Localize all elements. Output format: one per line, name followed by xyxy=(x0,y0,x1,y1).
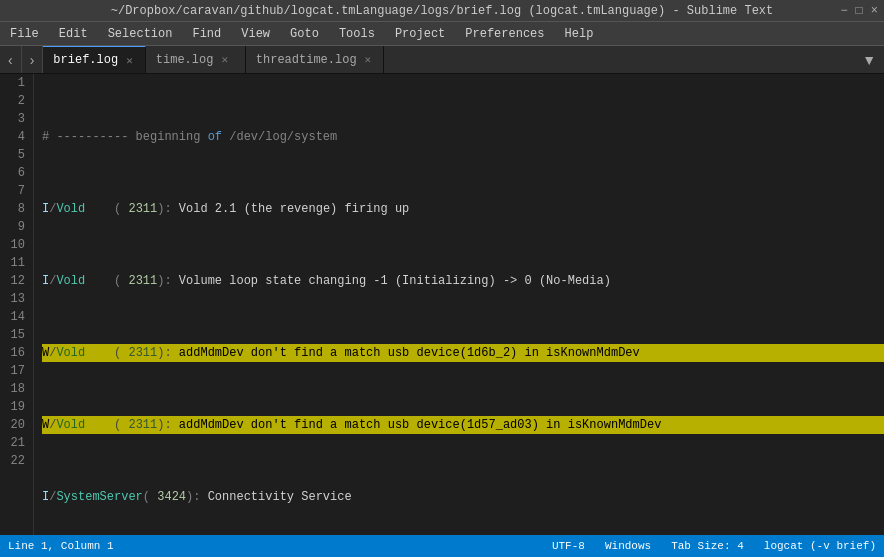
line-num-14: 14 xyxy=(6,308,25,326)
menu-goto[interactable]: Goto xyxy=(280,22,329,45)
code-line-1: # ---------- beginning of /dev/log/syste… xyxy=(42,128,884,146)
statusbar: Line 1, Column 1 UTF-8 Windows Tab Size:… xyxy=(0,535,884,557)
line-num-9: 9 xyxy=(6,218,25,236)
tab-brief-log-label: brief.log xyxy=(53,53,118,67)
code-line-6: I/SystemServer( 3424): Connectivity Serv… xyxy=(42,488,884,506)
status-line-endings[interactable]: Windows xyxy=(605,540,651,552)
menu-preferences[interactable]: Preferences xyxy=(455,22,554,45)
line-num-6: 6 xyxy=(6,164,25,182)
line-numbers: 1 2 3 4 5 6 7 8 9 10 11 12 13 14 15 16 1… xyxy=(0,74,34,535)
line-num-17: 17 xyxy=(6,362,25,380)
line-num-3: 3 xyxy=(6,110,25,128)
menu-help[interactable]: Help xyxy=(555,22,604,45)
line-num-4: 4 xyxy=(6,128,25,146)
code-area[interactable]: # ---------- beginning of /dev/log/syste… xyxy=(34,74,884,535)
tab-brief-log-close[interactable]: ✕ xyxy=(124,54,135,67)
code-line-4: W/Vold ( 2311): addMdmDev don't find a m… xyxy=(42,344,884,362)
maximize-button[interactable]: □ xyxy=(856,4,863,18)
line-num-22: 22 xyxy=(6,452,25,470)
tabbar: ‹ › brief.log ✕ time.log ✕ threadtime.lo… xyxy=(0,46,884,74)
tab-brief-log[interactable]: brief.log ✕ xyxy=(43,46,145,73)
status-encoding[interactable]: UTF-8 xyxy=(552,540,585,552)
tab-overflow-button[interactable]: ▼ xyxy=(854,46,884,73)
code-line-2: I/Vold ( 2311): Vold 2.1 (the revenge) f… xyxy=(42,200,884,218)
menu-file[interactable]: File xyxy=(0,22,49,45)
line-num-7: 7 xyxy=(6,182,25,200)
line-num-2: 2 xyxy=(6,92,25,110)
tab-prev-button[interactable]: ‹ xyxy=(0,46,22,73)
menu-find[interactable]: Find xyxy=(182,22,231,45)
tab-threadtime-log[interactable]: threadtime.log ✕ xyxy=(246,46,384,73)
tab-time-log-close[interactable]: ✕ xyxy=(219,53,230,66)
status-position: Line 1, Column 1 xyxy=(8,540,532,552)
line-num-11: 11 xyxy=(6,254,25,272)
status-position-text: Line 1, Column 1 xyxy=(8,540,114,552)
line-num-15: 15 xyxy=(6,326,25,344)
status-right: UTF-8 Windows Tab Size: 4 logcat (-v bri… xyxy=(552,540,876,552)
line-num-19: 19 xyxy=(6,398,25,416)
title-text: ~/Dropbox/caravan/github/logcat.tmLangua… xyxy=(111,4,774,18)
menu-view[interactable]: View xyxy=(231,22,280,45)
line-num-18: 18 xyxy=(6,380,25,398)
status-tab-size[interactable]: Tab Size: 4 xyxy=(671,540,744,552)
line-num-5: 5 xyxy=(6,146,25,164)
window-controls[interactable]: − □ × xyxy=(840,4,878,18)
tab-time-log-label: time.log xyxy=(156,53,214,67)
line-num-1: 1 xyxy=(6,74,25,92)
menu-selection[interactable]: Selection xyxy=(98,22,183,45)
menu-tools[interactable]: Tools xyxy=(329,22,385,45)
line-num-21: 21 xyxy=(6,434,25,452)
tab-threadtime-log-label: threadtime.log xyxy=(256,53,357,67)
code-line-3: I/Vold ( 2311): Volume loop state changi… xyxy=(42,272,884,290)
line-num-10: 10 xyxy=(6,236,25,254)
tab-next-button[interactable]: › xyxy=(22,46,44,73)
close-button[interactable]: × xyxy=(871,4,878,18)
line-num-16: 16 xyxy=(6,344,25,362)
tab-time-log[interactable]: time.log ✕ xyxy=(146,46,246,73)
menu-edit[interactable]: Edit xyxy=(49,22,98,45)
menu-project[interactable]: Project xyxy=(385,22,455,45)
menubar: File Edit Selection Find View Goto Tools… xyxy=(0,22,884,46)
line-num-8: 8 xyxy=(6,200,25,218)
line-num-13: 13 xyxy=(6,290,25,308)
status-syntax[interactable]: logcat (-v brief) xyxy=(764,540,876,552)
editor: 1 2 3 4 5 6 7 8 9 10 11 12 13 14 15 16 1… xyxy=(0,74,884,535)
titlebar: ~/Dropbox/caravan/github/logcat.tmLangua… xyxy=(0,0,884,22)
code-line-5: W/Vold ( 2311): addMdmDev don't find a m… xyxy=(42,416,884,434)
minimize-button[interactable]: − xyxy=(840,4,847,18)
line-num-12: 12 xyxy=(6,272,25,290)
tab-threadtime-log-close[interactable]: ✕ xyxy=(363,53,374,66)
line-num-20: 20 xyxy=(6,416,25,434)
